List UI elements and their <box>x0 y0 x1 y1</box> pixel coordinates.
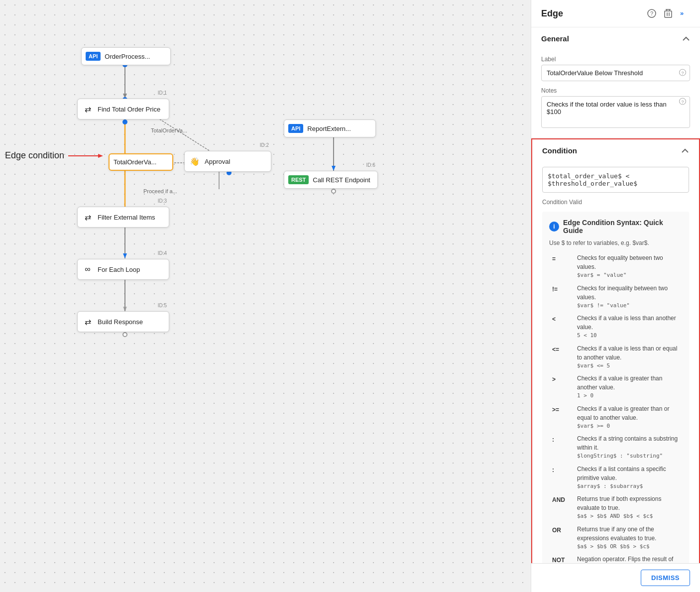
condition-section-header[interactable]: Condition <box>532 139 699 162</box>
svg-text:?: ? <box>681 70 684 75</box>
guide-desc: Checks if a value is greater than or equ… <box>574 402 682 433</box>
guide-row: <= Checks if a value is less than or equ… <box>549 342 682 372</box>
panel-title: Edge <box>541 8 563 19</box>
node-build-response[interactable]: ID:5 ⇄ Build Response <box>77 311 169 332</box>
guide-op: AND <box>549 492 574 523</box>
guide-row: >= Checks if a value is greater than or … <box>549 402 682 433</box>
node-filter-external[interactable]: ID:3 ⇄ Filter External Items <box>77 207 169 228</box>
guide-desc: Negation operator. Flips the result of a… <box>574 553 682 563</box>
connector-dot-empty <box>331 189 336 194</box>
svg-marker-15 <box>98 154 103 158</box>
node-report-extern[interactable]: API ReportExtern... <box>284 119 376 137</box>
node-find-total[interactable]: ID:1 ⇄ Find Total Order Price <box>77 99 169 119</box>
condition-section: Condition $total_order_value$ < $thresho… <box>531 138 700 563</box>
node-label: Build Response <box>98 318 143 326</box>
node-label: TotalOrderVa... <box>114 158 156 166</box>
guide-desc: Checks if a value is less than or equal … <box>574 342 682 372</box>
guide-row: != Checks for inequality between two val… <box>549 282 682 312</box>
node-call-rest[interactable]: ID:6 REST Call REST Endpoint <box>284 171 378 189</box>
svg-marker-13 <box>332 166 336 171</box>
approval-icon: 👋 <box>189 155 201 167</box>
panel-footer: DISMISS <box>531 563 700 592</box>
step-icon: ⇄ <box>82 103 94 115</box>
node-total-order-val[interactable]: TotalOrderVa... <box>109 153 173 171</box>
guide-row: NOT Negation operator. Flips the result … <box>549 553 682 563</box>
svg-rect-18 <box>665 11 672 17</box>
rest-badge: REST <box>288 175 309 184</box>
node-for-each[interactable]: ID:4 ∞ For Each Loop <box>77 259 169 280</box>
notes-field-label: Notes <box>541 87 690 94</box>
node-id: ID:5 <box>158 303 167 308</box>
svg-text:»: » <box>680 10 684 17</box>
delete-button[interactable] <box>663 8 673 19</box>
general-section: General Label TotalOrderValue Below Thre… <box>531 27 700 138</box>
help-button[interactable]: ? <box>646 8 657 19</box>
node-order-process[interactable]: API OrderProcess... <box>81 47 171 65</box>
svg-marker-10 <box>123 253 127 258</box>
guide-row: OR Returns true if any one of the expres… <box>549 523 682 553</box>
guide-desc: Checks if a value is greater than anothe… <box>574 372 682 402</box>
guide-row: : Checks if a string contains a substrin… <box>549 432 682 463</box>
edge-label-total: TotalOrderVa... <box>151 127 187 133</box>
condition-section-title: Condition <box>542 146 577 155</box>
api-badge: API <box>86 52 101 61</box>
guide-desc: Checks if a value is less than another v… <box>574 312 682 342</box>
node-id: ID:4 <box>158 250 167 256</box>
svg-text:?: ? <box>650 10 653 16</box>
quick-guide-header: i Edge Condition Syntax: Quick Guide <box>549 219 682 235</box>
node-label: OrderProcess... <box>105 53 150 60</box>
notes-field-wrap: Checks if the total order value is less … <box>541 96 690 130</box>
canvas-connections <box>0 0 531 592</box>
connector-dot <box>122 119 127 124</box>
guide-row: < Checks if a value is less than another… <box>549 312 682 342</box>
condition-input-wrap: $total_order_value$ < $threshold_order_v… <box>532 162 699 197</box>
svg-text:?: ? <box>681 100 684 105</box>
guide-row: AND Returns true if both expressions eva… <box>549 492 682 523</box>
edge-condition-arrow <box>68 152 103 159</box>
api-badge: API <box>288 124 303 133</box>
label-help-icon[interactable]: ? <box>679 69 686 77</box>
panel-body: General Label TotalOrderValue Below Thre… <box>531 27 700 563</box>
node-id: ID:3 <box>158 198 167 204</box>
edge-condition-text: Edge condition <box>5 150 64 161</box>
guide-op: < <box>549 312 574 342</box>
notes-help-icon[interactable]: ? <box>679 98 686 107</box>
filter-icon: ⇄ <box>82 211 94 223</box>
guide-op: NOT <box>549 553 574 563</box>
general-section-body: Label TotalOrderValue Below Threshold ? … <box>531 56 700 138</box>
label-input[interactable]: TotalOrderValue Below Threshold <box>541 65 690 81</box>
panel-header: Edge ? » <box>531 0 700 27</box>
label-field-wrap: TotalOrderValue Below Threshold ? <box>541 65 690 81</box>
info-icon: i <box>549 222 559 232</box>
chevron-up-icon-condition <box>681 147 689 155</box>
guide-row: : Checks if a list contains a specific p… <box>549 463 682 493</box>
node-label: Find Total Order Price <box>98 106 160 113</box>
node-label: Call REST Endpoint <box>313 176 370 184</box>
guide-desc: Returns true if any one of the expressio… <box>574 523 682 553</box>
label-field-label: Label <box>541 56 690 63</box>
chevron-up-icon <box>682 35 690 43</box>
node-label: Approval <box>205 158 230 165</box>
edge-label-proceed: Proceed if a... <box>143 188 177 194</box>
guide-table: = Checks for equality between two values… <box>549 251 682 563</box>
node-id: ID:1 <box>158 90 167 96</box>
edge-properties-panel: Edge ? » General Label TotalOrderValue B… <box>531 0 700 592</box>
guide-desc: Checks if a list contains a specific pri… <box>574 463 682 493</box>
guide-row: > Checks if a value is greater than anot… <box>549 372 682 402</box>
quick-guide-intro: Use $ to refer to variables, e.g. $var$. <box>549 239 682 246</box>
general-section-title: General <box>541 34 569 43</box>
expand-button[interactable]: » <box>679 9 690 18</box>
panel-header-icons: ? » <box>646 8 690 19</box>
quick-guide-title: Edge Condition Syntax: Quick Guide <box>563 219 682 235</box>
notes-input[interactable]: Checks if the total order value is less … <box>541 96 690 128</box>
node-id: ID:2 <box>260 142 269 148</box>
general-section-header[interactable]: General <box>531 27 700 50</box>
workflow-canvas[interactable]: TotalOrderVa... Proceed if a... Edge con… <box>0 0 531 592</box>
guide-desc: Checks if a string contains a substring … <box>574 432 682 463</box>
condition-input[interactable]: $total_order_value$ < $threshold_order_v… <box>542 167 689 193</box>
dismiss-button[interactable]: DISMISS <box>641 570 690 586</box>
guide-desc: Checks for inequality between two values… <box>574 282 682 312</box>
guide-desc: Returns true if both expressions evaluat… <box>574 492 682 523</box>
node-approval[interactable]: ID:2 👋 Approval <box>184 151 271 172</box>
guide-op: >= <box>549 402 574 433</box>
